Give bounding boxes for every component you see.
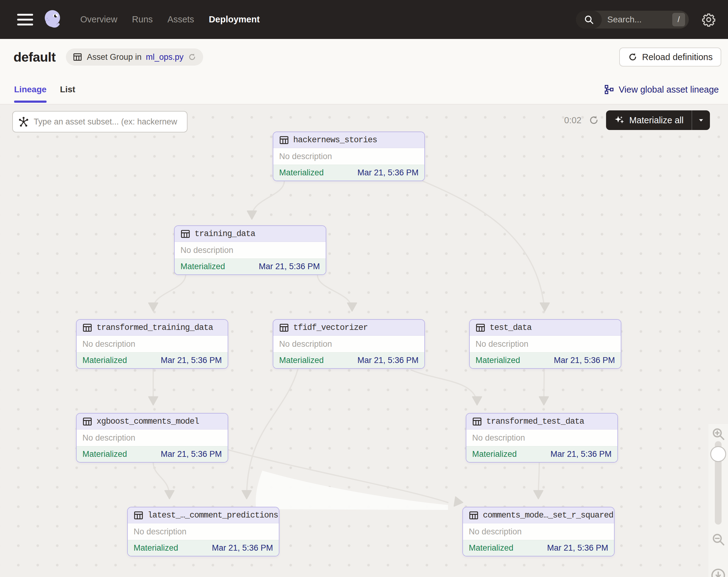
asset-node-body: No description <box>77 336 228 352</box>
materialize-all-button[interactable]: Materialize all <box>606 110 710 130</box>
table-icon <box>180 229 190 239</box>
asset-node-transformed_training_data[interactable]: transformed_training_data No description… <box>76 319 228 369</box>
asset-node-body: No description <box>77 429 228 446</box>
zoom-out-icon[interactable] <box>711 532 726 547</box>
asset-status: Materialized <box>279 356 324 365</box>
asset-status: Materialized <box>134 543 178 553</box>
asset-node-hackernews_stories[interactable]: hackernews_stories No description Materi… <box>273 131 425 181</box>
asset-node-body: No description <box>273 148 424 165</box>
table-icon <box>133 510 144 521</box>
asset-timestamp[interactable]: Mar 21, 5:36 PM <box>357 168 419 177</box>
table-icon <box>475 323 486 333</box>
caret-down-icon <box>697 116 705 124</box>
asset-subset-filter[interactable] <box>12 111 187 132</box>
asset-timestamp[interactable]: Mar 21, 5:36 PM <box>547 543 608 553</box>
asset-node-footer: Materialized Mar 21, 5:36 PM <box>466 446 617 462</box>
asset-node-header: comments_mode…_set_r_squared <box>463 507 614 523</box>
reload-definitions-button[interactable]: Reload definitions <box>619 48 721 67</box>
tab-list[interactable]: List <box>60 75 75 104</box>
asset-status: Materialized <box>82 449 127 459</box>
zoom-panel <box>708 424 728 577</box>
asset-lineage-canvas[interactable]: hackernews_stories No description Materi… <box>0 104 728 577</box>
asset-node-tfidf_vectorizer[interactable]: tfidf_vectorizer No description Material… <box>273 319 425 369</box>
asset-name: xgboost_comments_model <box>97 417 199 426</box>
table-icon <box>279 135 289 145</box>
asset-node-training_data[interactable]: training_data No description Materialize… <box>174 225 326 275</box>
gear-icon[interactable] <box>702 12 716 27</box>
asset-node-comments_mode-_set_r_squared[interactable]: comments_mode…_set_r_squared No descript… <box>462 507 615 556</box>
asset-node-body: No description <box>463 523 614 540</box>
asset-node-body: No description <box>273 336 424 352</box>
asset-name: transformed_training_data <box>97 323 213 332</box>
asset-node-body: No description <box>470 336 621 352</box>
search-placeholder: Search... <box>607 15 672 25</box>
asset-node-footer: Materialized Mar 21, 5:36 PM <box>273 165 424 181</box>
asset-timestamp[interactable]: Mar 21, 5:36 PM <box>160 356 222 365</box>
refresh-timer: 0:02 <box>564 115 581 125</box>
asset-node-transformed_test_data[interactable]: transformed_test_data No description Mat… <box>466 413 618 462</box>
reload-definitions-label: Reload definitions <box>642 52 713 62</box>
asset-name: hackernews_stories <box>293 135 377 145</box>
asset-name: latest_…_comment_predictions <box>148 511 278 520</box>
asset-description: No description <box>82 433 135 443</box>
asset-subset-input[interactable] <box>34 117 182 127</box>
asset-node-header: xgboost_comments_model <box>77 413 228 429</box>
search-input[interactable]: Search... / <box>576 11 689 28</box>
materialize-all-label: Materialize all <box>629 115 683 125</box>
asset-node-footer: Materialized Mar 21, 5:36 PM <box>463 540 614 556</box>
asset-node-xgboost_comments_model[interactable]: xgboost_comments_model No description Ma… <box>76 413 228 462</box>
search-shortcut-badge: / <box>672 13 685 26</box>
asset-node-header: test_data <box>470 320 621 336</box>
asset-timestamp[interactable]: Mar 21, 5:36 PM <box>212 543 273 553</box>
asset-node-header: latest_…_comment_predictions <box>128 507 279 523</box>
asset-description: No description <box>279 152 332 161</box>
badge-text: Asset Group in <box>87 52 141 62</box>
asset-status: Materialized <box>472 449 517 459</box>
asset-timestamp[interactable]: Mar 21, 5:36 PM <box>554 356 615 365</box>
dagster-logo[interactable] <box>42 8 65 31</box>
asset-description: No description <box>475 340 528 349</box>
nav-item-deployment[interactable]: Deployment <box>209 15 260 25</box>
refresh-icon[interactable] <box>188 53 197 61</box>
materialize-options-dropdown[interactable] <box>692 110 710 130</box>
tab-lineage[interactable]: Lineage <box>14 75 47 104</box>
asset-node-header: transformed_test_data <box>466 413 617 429</box>
asset-description: No description <box>472 433 525 443</box>
asset-description: No description <box>82 340 135 349</box>
tabs-bar: Lineage List View global asset lineage <box>0 75 728 104</box>
asset-timestamp[interactable]: Mar 21, 5:36 PM <box>357 356 419 365</box>
table-icon <box>279 323 289 333</box>
asset-timestamp[interactable]: Mar 21, 5:36 PM <box>160 449 222 459</box>
nav-items: OverviewRunsAssetsDeployment <box>80 15 260 25</box>
asset-timestamp[interactable]: Mar 21, 5:36 PM <box>550 449 612 459</box>
zoom-slider-handle[interactable] <box>710 446 726 462</box>
badge-file-link[interactable]: ml_ops.py <box>146 52 184 62</box>
asset-node-test_data[interactable]: test_data No description Materialized Ma… <box>469 319 621 369</box>
asset-status: Materialized <box>180 262 225 271</box>
hamburger-icon[interactable] <box>17 14 33 25</box>
refresh-icon <box>628 52 638 62</box>
nav-item-overview[interactable]: Overview <box>80 15 118 25</box>
asset-timestamp[interactable]: Mar 21, 5:36 PM <box>259 262 320 271</box>
asset-node-footer: Materialized Mar 21, 5:36 PM <box>175 258 326 274</box>
lineage-icon <box>604 84 614 95</box>
asset-node-header: tfidf_vectorizer <box>273 320 424 336</box>
asset-node-latest_-_comment_predictions[interactable]: latest_…_comment_predictions No descript… <box>127 507 280 556</box>
nav-item-assets[interactable]: Assets <box>167 15 194 25</box>
asset-node-footer: Materialized Mar 21, 5:36 PM <box>128 540 279 556</box>
download-icon[interactable] <box>710 568 726 577</box>
asset-node-body: No description <box>466 429 617 446</box>
asset-node-body: No description <box>128 523 279 540</box>
nav-item-runs[interactable]: Runs <box>132 15 153 25</box>
asset-status: Materialized <box>469 543 514 553</box>
view-global-asset-lineage-link[interactable]: View global asset lineage <box>604 84 719 95</box>
zoom-in-icon[interactable] <box>711 426 726 441</box>
asset-node-header: hackernews_stories <box>273 132 424 148</box>
refresh-icon[interactable] <box>588 115 599 126</box>
asset-graph-icon <box>18 116 29 128</box>
asset-node-footer: Materialized Mar 21, 5:36 PM <box>273 352 424 368</box>
asset-name: training_data <box>194 229 255 239</box>
asset-description: No description <box>134 527 187 536</box>
search-icon <box>576 11 602 28</box>
asset-name: test_data <box>490 323 531 332</box>
